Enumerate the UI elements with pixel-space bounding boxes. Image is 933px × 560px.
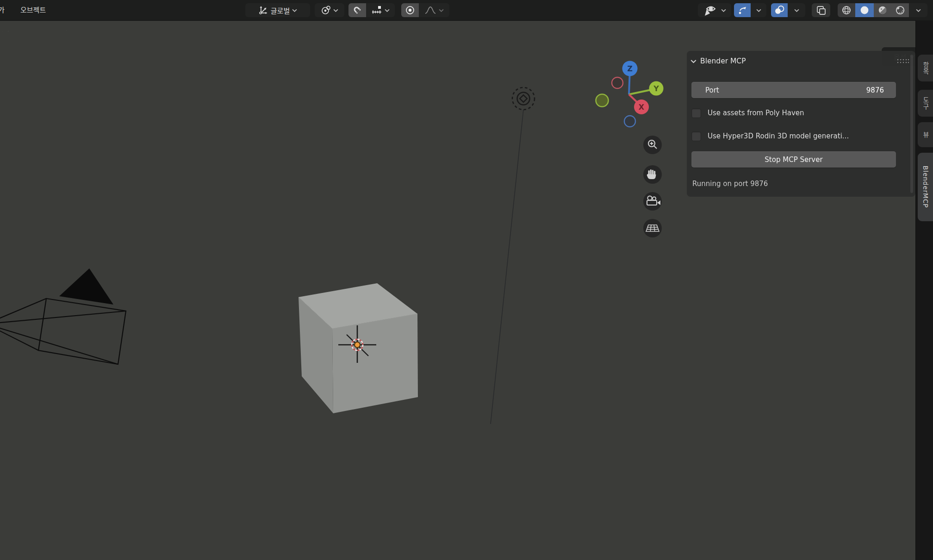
orientation-label: 글로벌 [271, 6, 290, 15]
zoom-button[interactable] [643, 136, 662, 154]
default-cube[interactable] [299, 283, 418, 413]
menu-object[interactable]: 오브젝트 [18, 0, 49, 20]
shading-material-button[interactable] [874, 3, 891, 17]
tab-item[interactable]: 항목 [918, 55, 933, 81]
panel-grip-icon[interactable] [897, 58, 909, 64]
eye-cursor-icon [703, 4, 719, 17]
chevron-down-icon [385, 8, 390, 12]
gizmo-x-label: X [639, 103, 645, 112]
gizmo-icon [737, 5, 747, 15]
menu-add[interactable]: 가 [0, 0, 7, 20]
gizmo-neg-y-ball[interactable] [596, 94, 609, 107]
overlays-icon [774, 5, 785, 15]
panel-scrollbar[interactable] [910, 55, 913, 193]
proportional-editing-icon [405, 5, 415, 15]
blender-window: 가 오브젝트 글로벌 [0, 0, 933, 560]
hyper3d-label: Use Hyper3D Rodin 3D model generati... [708, 132, 849, 140]
polyhaven-checkbox[interactable] [691, 108, 701, 118]
chevron-down-icon [292, 8, 297, 12]
camera-up-triangle [59, 268, 113, 305]
tab-blendermcp[interactable]: BlenderMCP [918, 153, 933, 221]
port-label: Port [705, 86, 866, 94]
chevron-down-icon [756, 8, 761, 12]
polyhaven-checkbox-row: Use assets from Poly Haven [691, 107, 804, 119]
gizmo-settings-dropdown[interactable] [751, 3, 766, 17]
wireframe-sphere-icon [841, 5, 852, 15]
snap-increment-icon [371, 5, 382, 16]
server-status-text: Running on port 9876 [692, 180, 768, 188]
panel-title: Blender MCP [700, 57, 746, 65]
point-light-object[interactable] [512, 87, 535, 110]
shading-wireframe-button[interactable] [838, 3, 855, 17]
shading-solid-button[interactable] [855, 3, 874, 17]
pan-button[interactable] [643, 165, 662, 184]
chevron-down-icon [794, 8, 799, 12]
gizmo-z-label: Z [627, 64, 633, 73]
tab-tool[interactable]: 도구 [918, 90, 933, 117]
global-axes-icon [258, 5, 268, 15]
pivot-point-icon [321, 5, 331, 15]
falloff-curve-icon [424, 5, 436, 15]
object-visibility-dropdown[interactable] [698, 3, 731, 17]
chevron-down-icon [916, 8, 921, 12]
transform-orientation-dropdown[interactable]: 글로벌 [245, 3, 310, 17]
tab-view[interactable]: 뷰 [918, 122, 933, 147]
xray-icon [815, 5, 827, 16]
hand-icon [647, 169, 656, 179]
overlays-settings-dropdown[interactable] [788, 3, 805, 17]
xray-toggle[interactable] [812, 3, 830, 17]
chevron-down-icon [439, 8, 444, 12]
port-value: 9876 [866, 86, 884, 94]
proportional-falloff-dropdown[interactable] [419, 3, 449, 17]
sidebar-tab-strip: 항목 도구 뷰 BlenderMCP [915, 20, 933, 560]
navigation-axis-gizmo[interactable]: Z Y X [596, 61, 664, 127]
polyhaven-label: Use assets from Poly Haven [708, 109, 804, 117]
solid-sphere-icon [859, 5, 870, 15]
stop-mcp-server-label: Stop MCP Server [765, 156, 822, 164]
proportional-editing-toggle[interactable] [401, 3, 419, 17]
blender-mcp-panel: Blender MCP Port 9876 Use assets from Po… [687, 51, 915, 197]
shading-rendered-button[interactable] [891, 3, 909, 17]
camera-object[interactable] [0, 268, 126, 364]
light-relationship-line [491, 110, 523, 424]
stop-mcp-server-button[interactable]: Stop MCP Server [691, 151, 896, 168]
magnet-icon [352, 5, 362, 15]
snap-settings-dropdown[interactable] [366, 3, 395, 17]
chevron-down-icon [721, 8, 726, 12]
hyper3d-checkbox[interactable] [691, 131, 701, 141]
panel-header[interactable]: Blender MCP [690, 54, 909, 68]
shading-settings-dropdown[interactable] [909, 3, 927, 17]
pivot-point-dropdown[interactable] [315, 3, 344, 17]
show-overlays-toggle[interactable] [771, 3, 788, 17]
perspective-toggle-button[interactable] [643, 219, 662, 237]
panel-collapse-chevron-icon [690, 59, 697, 64]
gizmo-neg-x-ball[interactable] [612, 77, 623, 88]
show-gizmo-toggle[interactable] [734, 3, 751, 17]
gizmo-neg-z-ball[interactable] [624, 116, 635, 127]
rendered-sphere-icon [895, 5, 905, 15]
hyper3d-checkbox-row: Use Hyper3D Rodin 3D model generati... [691, 130, 849, 142]
material-sphere-icon [877, 5, 888, 15]
port-field[interactable]: Port 9876 [691, 82, 896, 98]
camera-view-button[interactable] [643, 192, 662, 211]
chevron-down-icon [333, 8, 338, 12]
viewport-header: 가 오브젝트 글로벌 [0, 0, 933, 21]
gizmo-y-label: Y [653, 84, 659, 93]
snap-toggle[interactable] [348, 3, 366, 17]
viewport-nav-buttons [643, 136, 662, 237]
